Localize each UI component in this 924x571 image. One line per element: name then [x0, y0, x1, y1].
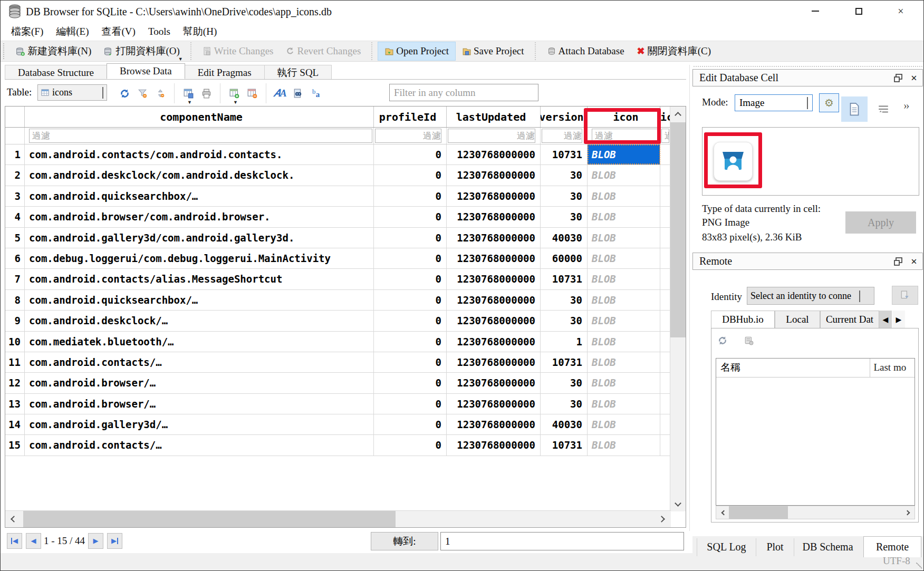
cell-profileid[interactable]: 0 [374, 332, 447, 352]
next-record-button[interactable]: ▶ [88, 533, 103, 549]
table-select[interactable]: icons [37, 84, 107, 101]
cell-partial[interactable] [660, 248, 671, 268]
cell-componentname[interactable]: com.android.deskclock/… [25, 311, 374, 331]
cell-componentname[interactable]: com.android.browser/… [25, 394, 374, 414]
export-table-dropdown-icon[interactable]: ▼ [187, 100, 192, 105]
tab-browse-data[interactable]: Browse Data [107, 63, 185, 79]
menu-tools[interactable]: Tools [143, 26, 176, 37]
cell-profileid[interactable]: 0 [374, 144, 447, 164]
cell-version[interactable]: 10731 [541, 144, 588, 164]
filter-partial[interactable]: 過濾 [661, 129, 669, 143]
tab-database-structure[interactable]: Database Structure [5, 65, 107, 79]
cell-version[interactable]: 30 [541, 207, 588, 227]
cell-lastupdated[interactable]: 1230768000000 [447, 144, 541, 164]
cell-profileid[interactable]: 0 [374, 290, 447, 310]
cell-profileid[interactable]: 0 [374, 311, 447, 331]
cell-version[interactable]: 10731 [541, 435, 588, 455]
menu-file[interactable]: 檔案(F) [6, 25, 49, 38]
cell-partial[interactable] [660, 394, 671, 414]
cell-profileid[interactable]: 0 [374, 186, 447, 206]
row-number[interactable]: 14 [5, 414, 25, 434]
row-number[interactable]: 4 [5, 207, 25, 227]
cell-icon-blob[interactable]: BLOB [588, 394, 660, 414]
apply-button[interactable]: Apply [845, 211, 916, 234]
previous-record-button[interactable]: ◀ [26, 533, 41, 549]
cell-profileid[interactable]: 0 [374, 165, 447, 185]
dock-splitter[interactable] [689, 65, 690, 531]
cell-partial[interactable] [660, 207, 671, 227]
tab-scroll-right-button[interactable]: ▶ [892, 311, 905, 328]
document-view-button[interactable] [841, 96, 868, 122]
cell-icon-blob[interactable]: BLOB [588, 207, 660, 227]
filter-componentname[interactable]: 過濾 [29, 129, 372, 143]
cell-version[interactable]: 40030 [541, 414, 588, 434]
scroll-up-button[interactable] [670, 107, 686, 121]
row-number[interactable]: 6 [5, 248, 25, 268]
cell-componentname[interactable]: com.debug.loggerui/com.debug.loggerui.Ma… [25, 248, 374, 268]
cell-lastupdated[interactable]: 1230768000000 [447, 269, 541, 289]
row-number[interactable]: 3 [5, 186, 25, 206]
cell-icon-blob[interactable]: BLOB [588, 414, 660, 434]
resize-grip[interactable] [916, 563, 922, 569]
column-header-componentname[interactable]: componentName [25, 107, 374, 127]
row-number[interactable]: 2 [5, 165, 25, 185]
cell-version[interactable]: 40030 [541, 228, 588, 248]
cell-partial[interactable] [660, 414, 671, 434]
cell-icon-blob[interactable]: BLOB [588, 311, 660, 331]
row-number[interactable]: 1 [5, 144, 25, 164]
cell-version[interactable]: 60000 [541, 248, 588, 268]
cell-partial[interactable] [660, 435, 671, 455]
find-in-cells-button[interactable] [289, 84, 307, 103]
revert-changes-button[interactable]: Revert Changes [280, 42, 367, 61]
row-number[interactable]: 10 [5, 332, 25, 352]
row-number[interactable]: 9 [5, 311, 25, 331]
minimize-button[interactable] [803, 1, 827, 22]
menu-edit[interactable]: 編輯(E) [51, 25, 94, 38]
auto-apply-button[interactable]: ⚙ [819, 93, 839, 112]
filter-input[interactable] [389, 84, 538, 101]
cell-componentname[interactable]: com.android.contacts/… [25, 435, 374, 455]
insert-record-button[interactable]: ▼ [225, 84, 243, 103]
cell-icon-blob[interactable]: BLOB [588, 248, 660, 268]
first-record-button[interactable]: ◀ [7, 533, 22, 549]
insert-record-dropdown-icon[interactable]: ▼ [233, 100, 238, 105]
cell-lastupdated[interactable]: 1230768000000 [447, 165, 541, 185]
last-record-button[interactable]: ▶ [107, 533, 122, 549]
cell-componentname[interactable]: com.android.contacts/com.android.contact… [25, 144, 374, 164]
remote-tab-dbhub[interactable]: DBHub.io [711, 311, 775, 328]
dock-tab-remote[interactable]: Remote [863, 536, 921, 557]
cell-icon-blob[interactable]: BLOB [588, 144, 660, 164]
encoding-button[interactable]: ba [307, 84, 325, 103]
cell-profileid[interactable]: 0 [374, 269, 447, 289]
cell-lastupdated[interactable]: 1230768000000 [447, 394, 541, 414]
remote-horizontal-scrollbar[interactable] [716, 506, 915, 519]
tab-edit-pragmas[interactable]: Edit Pragmas [185, 65, 265, 79]
cell-partial[interactable] [660, 269, 671, 289]
horizontal-scrollbar[interactable] [5, 510, 671, 527]
cell-profileid[interactable]: 0 [374, 228, 447, 248]
mode-select[interactable]: Image [735, 94, 813, 111]
cell-componentname[interactable]: com.android.contacts/… [25, 352, 374, 372]
row-number[interactable]: 7 [5, 269, 25, 289]
cell-profileid[interactable]: 0 [374, 373, 447, 393]
cell-profileid[interactable]: 0 [374, 414, 447, 434]
write-changes-button[interactable]: Write Changes [197, 42, 280, 61]
remote-scroll-thumb[interactable] [729, 506, 788, 519]
open-database-dropdown-icon[interactable]: ▼ [178, 56, 183, 62]
cell-componentname[interactable]: com.android.quicksearchbox/… [25, 186, 374, 206]
remote-list-header-modified[interactable]: Last mo [870, 359, 915, 377]
scroll-right-button[interactable] [902, 506, 915, 519]
goto-input[interactable] [440, 532, 684, 550]
cell-componentname[interactable]: com.android.browser/com.android.browser. [25, 207, 374, 227]
cell-profileid[interactable]: 0 [374, 394, 447, 414]
filter-profileid[interactable]: 過濾 [375, 129, 441, 143]
float-panel-icon[interactable] [894, 74, 902, 82]
column-header-version[interactable]: version [541, 107, 588, 127]
cell-lastupdated[interactable]: 1230768000000 [447, 352, 541, 372]
cell-componentname[interactable]: com.android.browser/… [25, 373, 374, 393]
close-button[interactable]: × [889, 1, 913, 22]
export-table-button[interactable]: ▼ [179, 84, 197, 103]
cell-version[interactable]: 30 [541, 165, 588, 185]
delete-record-button[interactable] [243, 84, 261, 103]
cell-icon-blob[interactable]: BLOB [588, 165, 660, 185]
